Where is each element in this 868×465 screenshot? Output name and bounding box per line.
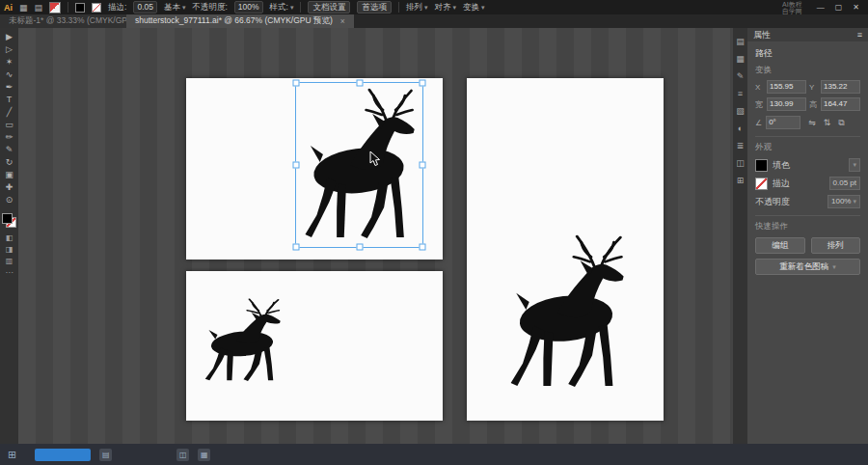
flip-horizontal-icon[interactable]: ⇋ [808,118,816,127]
line-segment-tool[interactable]: ╱ [7,106,12,119]
group-button[interactable]: 编组 [755,237,805,254]
swatches-panel-icon[interactable]: ▦ [736,54,745,64]
window-controls: — ▢ ✕ [817,3,859,12]
tab-untitled-document[interactable]: 未标题-1* @ 33.33% (CMYK/GPU 预览) [0,14,126,28]
close-button[interactable]: ✕ [853,3,859,12]
fill-color-chip[interactable] [755,159,768,172]
preferences-button[interactable]: 首选项 [357,1,392,14]
arrange-button[interactable]: 排列 [811,237,861,254]
selection-handle[interactable] [293,244,300,251]
selected-object-type: 路径 [755,47,860,60]
document-setup-button[interactable]: 文档设置 [308,1,350,14]
link-dimensions-icon[interactable]: ⧉ [838,118,844,128]
pencil-tool[interactable]: ✎ [6,144,14,156]
screen-mode-icon[interactable]: ▥ [6,256,14,267]
chevron-down-icon: ▾ [481,4,485,12]
selection-handle[interactable] [356,244,363,251]
selection-handle[interactable] [293,162,300,169]
selection-tool[interactable]: ▶ [6,31,13,43]
divider [755,215,860,216]
taskbar-app-media-player[interactable]: ▦ [198,449,210,461]
fill-color-chip[interactable] [75,3,85,13]
fill-swatch[interactable] [2,213,13,224]
chevron-down-icon: ▾ [182,4,186,12]
control-bar: Ai ▦ ▤ 描边: 0.05 基本 ▾ 不透明度: 100% 样式: ▾ 文档… [0,0,868,14]
fill-stroke-indicator[interactable] [2,213,16,228]
artboard-3[interactable] [467,78,664,421]
selection-bounding-box[interactable] [295,82,423,248]
tools-panel: ▶ ▷ ✶ ∿ ✒ T ╱ ▭ ✏ ✎ ↻ ▣ ✚ ⊙ ◧ ◨ ▥ ⋯ [0,28,18,444]
taskbar-active-app[interactable] [35,449,91,461]
artboard-1[interactable] [186,78,443,260]
hand-tool[interactable]: ✚ [6,181,14,194]
pen-tool[interactable]: ✒ [6,81,14,94]
close-tab-icon[interactable]: × [340,16,345,26]
stroke-panel-icon[interactable]: ≡ [738,89,743,98]
panel-title: 属性 [753,29,771,41]
rotate-field[interactable]: 0° [766,116,800,129]
rotate-tool[interactable]: ↻ [6,156,14,169]
artboard-2[interactable] [186,271,443,421]
minimize-button[interactable]: — [817,3,825,12]
taskbar: ⊞ ▤ ◫ ▦ [0,444,868,465]
arrange-documents-icon[interactable]: ▦ [19,3,28,13]
gradient-panel-icon[interactable]: ▧ [736,106,745,116]
taskbar-app-browser[interactable]: ◫ [176,449,189,461]
properties-panel: 属性 ≡ 路径 变换 X 155.95 Y 135.22 宽 130.99 高 … [747,28,868,444]
stroke-weight-field[interactable]: 0.05 [133,1,157,14]
width-field[interactable]: 130.99 [767,97,806,111]
draw-normal-icon[interactable]: ◧ [6,232,14,244]
paintbrush-tool[interactable]: ✏ [6,131,14,144]
tab-shutterstock-document[interactable]: shutterstock_977111.ai* @ 66.67% (CMYK/G… [126,14,354,28]
align-dropdown[interactable]: 对齐 ▾ [435,2,457,14]
panel-menu-icon[interactable]: ≡ [857,30,862,40]
deer-artwork-small[interactable] [202,297,283,382]
stroke-label: 描边: [108,2,126,14]
selection-handle[interactable] [356,80,363,87]
start-button[interactable]: ⊞ [8,449,16,461]
flip-vertical-icon[interactable]: ⇅ [824,118,831,127]
direct-selection-tool[interactable]: ▷ [6,43,13,56]
y-position-field[interactable]: 135.22 [821,80,860,94]
selection-handle[interactable] [420,244,426,251]
stroke-weight-field[interactable]: 0.05 pt [829,177,860,190]
draw-behind-icon[interactable]: ◨ [6,244,14,256]
zoom-tool[interactable]: ⊙ [6,194,14,206]
artboards-panel-icon[interactable]: ◫ [736,158,745,168]
height-field[interactable]: 164.47 [821,97,860,111]
taskbar-app-file-explorer[interactable]: ▤ [99,449,112,461]
transparency-panel-icon[interactable]: ◐ [738,123,743,133]
libraries-panel-icon[interactable]: ⊞ [737,176,745,185]
brushes-panel-icon[interactable]: ✎ [737,71,745,81]
selection-handle[interactable] [420,162,426,169]
color-swatch-icon[interactable] [49,2,61,14]
layers-panel-icon[interactable]: ≣ [737,141,745,150]
type-tool[interactable]: T [7,94,13,106]
scale-tool[interactable]: ▣ [5,169,14,181]
fill-options-dropdown[interactable]: ▾ [849,158,860,172]
rectangle-tool[interactable]: ▭ [5,119,14,131]
deer-artwork-portrait[interactable] [505,232,627,389]
canvas[interactable] [18,28,733,444]
selection-handle[interactable] [420,80,426,87]
style-dropdown[interactable]: 样式: ▾ [270,2,294,14]
maximize-button[interactable]: ▢ [835,3,843,12]
recolor-artwork-button[interactable]: 重新着色图稿 ▾ [755,259,860,275]
color-panel-icon[interactable]: ▤ [736,37,745,46]
magic-wand-tool[interactable]: ✶ [6,56,14,68]
brush-definition-dropdown[interactable]: 基本 ▾ [164,2,186,14]
stroke-color-chip[interactable] [755,178,768,190]
workspace-icon[interactable]: ▤ [35,3,43,13]
lasso-tool[interactable]: ∿ [6,68,14,81]
arrange-dropdown[interactable]: 排列 ▾ [406,2,428,14]
divider [755,136,860,137]
transform-section-label: 变换 [755,65,860,76]
stroke-color-chip[interactable] [92,3,101,13]
opacity-field[interactable]: 100% [234,1,263,14]
transform-dropdown[interactable]: 变换 ▾ [463,2,485,14]
selection-handle[interactable] [293,80,300,87]
opacity-dropdown[interactable]: 100% ▾ [827,195,860,208]
edit-toolbar-icon[interactable]: ⋯ [6,267,14,279]
x-position-field[interactable]: 155.95 [767,80,806,94]
watermark: AI教程 自学网 [782,1,802,14]
